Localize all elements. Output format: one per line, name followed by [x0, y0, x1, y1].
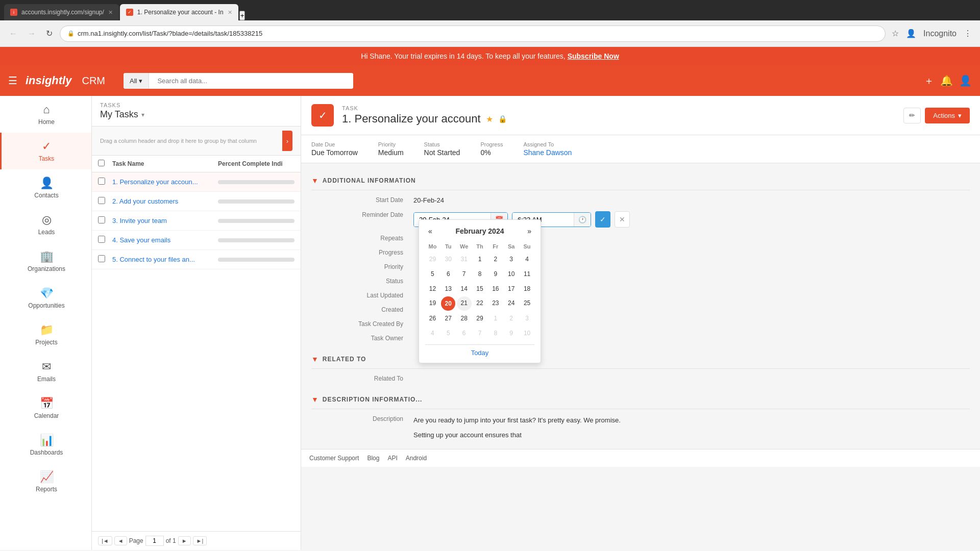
sidebar-item-dashboards[interactable]: 📊 Dashboards — [0, 427, 91, 463]
task-row[interactable]: 1. Personalize your accoun... — [92, 172, 301, 192]
cal-day[interactable]: 22 — [473, 296, 487, 311]
description-chevron[interactable]: ▼ — [311, 395, 318, 404]
cal-day[interactable]: 28 — [457, 312, 472, 325]
cal-day[interactable]: 19 — [425, 296, 440, 311]
more-icon[interactable]: ⋮ — [962, 27, 974, 40]
profile-icon[interactable]: 👤 — [904, 27, 918, 40]
edit-button[interactable]: ✏ — [903, 108, 921, 123]
cal-day[interactable]: 1 — [473, 253, 487, 266]
task-row[interactable]: 3. Invite your team — [92, 211, 301, 231]
cal-day[interactable]: 6 — [441, 267, 456, 281]
additional-info-chevron[interactable]: ▼ — [311, 177, 318, 185]
task-name-3[interactable]: 3. Invite your team — [112, 217, 218, 224]
cal-day[interactable]: 5 — [441, 327, 456, 340]
tasks-title-arrow[interactable]: ▾ — [141, 111, 144, 118]
page-number-input[interactable] — [145, 536, 164, 546]
browser-tab-1[interactable]: i accounts.insightly.com/signup/ ✕ — [4, 4, 119, 20]
tab1-close[interactable]: ✕ — [108, 9, 113, 16]
cal-day[interactable]: 8 — [488, 327, 503, 340]
cal-day[interactable]: 29 — [425, 253, 440, 266]
cal-day[interactable]: 11 — [520, 267, 534, 281]
cal-day[interactable]: 1 — [488, 312, 503, 325]
sidebar-item-organizations[interactable]: 🏢 Organizations — [0, 243, 91, 280]
footer-android[interactable]: Android — [406, 455, 427, 462]
cal-day[interactable]: 3 — [504, 253, 519, 266]
reload-button[interactable]: ↻ — [43, 27, 56, 40]
last-page-button[interactable]: ►| — [193, 536, 207, 545]
next-page-button[interactable]: ► — [178, 536, 191, 545]
task-checkbox-5[interactable] — [98, 255, 105, 262]
task-checkbox-1[interactable] — [98, 178, 105, 185]
calendar-next-button[interactable]: » — [524, 226, 534, 236]
browser-tab-2[interactable]: ✓ 1. Personalize your account - In ✕ — [120, 4, 238, 20]
cal-day[interactable]: 6 — [457, 327, 472, 340]
cal-day-hovered[interactable]: 21 — [457, 296, 472, 311]
reminder-cancel-button[interactable]: ✕ — [615, 211, 630, 228]
footer-blog[interactable]: Blog — [367, 455, 379, 462]
task-row[interactable]: 2. Add your customers — [92, 192, 301, 211]
user-avatar-icon[interactable]: 👤 — [959, 74, 972, 87]
task-row[interactable]: 5. Connect to your files an... — [92, 250, 301, 269]
cal-day[interactable]: 4 — [425, 327, 440, 340]
task-name-2[interactable]: 2. Add your customers — [112, 197, 218, 205]
cal-day[interactable]: 29 — [473, 312, 487, 325]
sidebar-item-tasks[interactable]: ✓ Tasks — [0, 133, 91, 169]
cal-day[interactable]: 12 — [425, 282, 440, 296]
time-picker-icon[interactable]: 🕐 — [574, 213, 591, 227]
cal-day[interactable]: 24 — [504, 296, 519, 311]
search-filter-dropdown[interactable]: All ▾ — [124, 73, 149, 89]
first-page-button[interactable]: |◄ — [98, 536, 112, 545]
cal-day[interactable]: 7 — [457, 267, 472, 281]
select-all-checkbox[interactable] — [98, 160, 105, 166]
task-name-4[interactable]: 4. Save your emails — [112, 236, 218, 244]
task-checkbox-3[interactable] — [98, 216, 105, 223]
cal-day[interactable]: 9 — [488, 267, 503, 281]
cal-day[interactable]: 26 — [425, 312, 440, 325]
cal-day[interactable]: 5 — [425, 267, 440, 281]
sidebar-item-home[interactable]: ⌂ Home — [0, 96, 91, 133]
sidebar-item-calendar[interactable]: 📅 Calendar — [0, 390, 91, 427]
cal-day[interactable]: 3 — [520, 312, 534, 325]
cal-day[interactable]: 16 — [488, 282, 503, 296]
cal-day[interactable]: 15 — [473, 282, 487, 296]
task-row[interactable]: 4. Save your emails — [92, 231, 301, 250]
cal-day[interactable]: 17 — [504, 282, 519, 296]
cal-day[interactable]: 14 — [457, 282, 472, 296]
cal-day[interactable]: 2 — [504, 312, 519, 325]
star-icon[interactable]: ★ — [486, 114, 493, 124]
back-button[interactable]: ← — [6, 27, 20, 40]
related-to-chevron[interactable]: ▼ — [311, 355, 318, 363]
assigned-value[interactable]: Shane Dawson — [523, 148, 572, 157]
cal-day[interactable]: 13 — [441, 282, 456, 296]
sidebar-item-reports[interactable]: 📈 Reports — [0, 463, 91, 500]
footer-customer-support[interactable]: Customer Support — [309, 455, 359, 462]
calendar-prev-button[interactable]: « — [425, 226, 435, 236]
cal-day[interactable]: 18 — [520, 282, 534, 296]
task-name-1[interactable]: 1. Personalize your accoun... — [112, 178, 218, 186]
task-checkbox-2[interactable] — [98, 197, 105, 204]
cal-day[interactable]: 30 — [441, 253, 456, 266]
sidebar-item-projects[interactable]: 📁 Projects — [0, 316, 91, 353]
search-input[interactable] — [149, 73, 353, 89]
tab2-close[interactable]: ✕ — [228, 9, 232, 16]
cal-day[interactable]: 10 — [504, 267, 519, 281]
footer-api[interactable]: API — [387, 455, 397, 462]
address-bar[interactable]: 🔒 crm.na1.insightly.com/list/Task/?blade… — [60, 26, 886, 42]
reminder-confirm-button[interactable]: ✓ — [595, 211, 610, 228]
prev-page-button[interactable]: ◄ — [114, 536, 127, 545]
cal-day[interactable]: 7 — [473, 327, 487, 340]
calendar-today-button[interactable]: Today — [471, 349, 489, 357]
notifications-icon[interactable]: 🔔 — [940, 74, 953, 87]
task-checkbox-4[interactable] — [98, 236, 105, 243]
cal-day[interactable]: 10 — [520, 327, 534, 340]
collapse-panel-button[interactable]: › — [282, 131, 292, 151]
subscribe-link[interactable]: Subscribe Now — [568, 52, 619, 60]
menu-icon[interactable]: Incognito — [921, 27, 959, 40]
bookmark-icon[interactable]: ☆ — [890, 27, 901, 40]
forward-button[interactable]: → — [24, 27, 39, 40]
cal-day[interactable]: 4 — [520, 253, 534, 266]
cal-day[interactable]: 8 — [473, 267, 487, 281]
cal-day[interactable]: 9 — [504, 327, 519, 340]
sidebar-item-opportunities[interactable]: 💎 Opportunities — [0, 280, 91, 316]
cal-day[interactable]: 25 — [520, 296, 534, 311]
